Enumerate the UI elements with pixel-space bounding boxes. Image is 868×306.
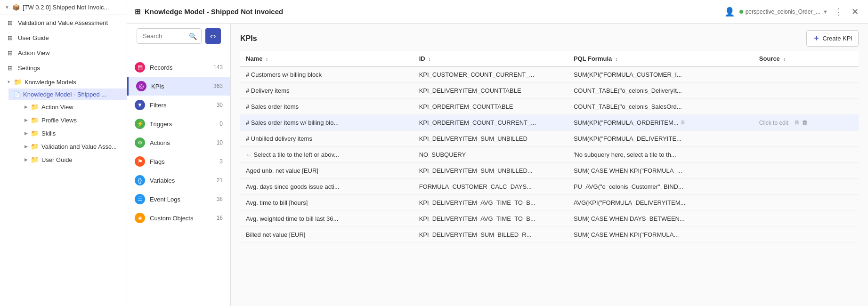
- copy-pql-icon-3[interactable]: ⎘: [681, 119, 685, 126]
- table-row: # Sales order items KPI_ORDERITEM_COUNTT…: [240, 99, 859, 115]
- sidebar-group-km-label: Knowledge Models: [24, 79, 76, 86]
- kpi-table-container: Name ↕ ID ↕ PQL Formula ↕: [231, 51, 868, 306]
- sidebar-caret-validation-sub: ▶: [24, 144, 28, 149]
- table-cell-id-6: KPI_DELIVERYITEM_SUM_UNBILLED...: [414, 163, 568, 179]
- search-icon: 🔍: [189, 32, 197, 40]
- create-kpi-label: Create KPI: [822, 35, 852, 42]
- sidebar-subitem-profile-views-label: Profile Views: [41, 117, 77, 124]
- category-item-flags[interactable]: ⚑ Flags 3: [127, 152, 230, 171]
- sidebar-folder-validation-sub-icon: 📁: [31, 143, 39, 150]
- table-cell-name-4: # Unbilled delivery items: [240, 131, 414, 147]
- topbar-status[interactable]: perspective_celonis_Order_... ▼: [739, 8, 828, 15]
- table-cell-id-4: KPI_DELIVERYITEM_SUM_UNBILLED: [414, 131, 568, 147]
- table-row: # Sales order items w/ billing blo... KP…: [240, 115, 859, 131]
- status-label: perspective_celonis_Order_...: [746, 8, 820, 15]
- table-cell-name-8: Avg. time to bill [hours]: [240, 195, 414, 211]
- table-cell-pql-1: COUNT_TABLE("o_celonis_DeliveryIt...: [568, 83, 754, 99]
- create-kpi-button[interactable]: ＋ Create KPI: [806, 30, 859, 47]
- sidebar: ▼ 📦 [TW 0.2.0] Shipped Not Invoic... ⊞ V…: [0, 0, 127, 306]
- category-item-filters[interactable]: ▼ Filters 30: [127, 96, 230, 114]
- col-header-name[interactable]: Name ↕: [240, 51, 414, 66]
- table-cell-pql-8: AVG(KPI("FORMULA_DELIVERYITEM...: [568, 195, 754, 211]
- table-cell-name-9: Avg. weighted time to bill last 36...: [240, 211, 414, 227]
- category-item-variables[interactable]: {} Variables 21: [127, 171, 230, 190]
- category-label-event-logs: Event Logs: [150, 196, 180, 203]
- table-cell-name-7: Avg. days since goods issue acti...: [240, 179, 414, 195]
- sidebar-item-validation[interactable]: ⊞ Validation and Value Assessment: [0, 15, 127, 30]
- category-item-actions[interactable]: ⚙ Actions 10: [127, 133, 230, 152]
- table-cell-source-3: Click to edit ⎘ 🗑: [754, 115, 859, 131]
- search-wrapper: 🔍: [137, 28, 202, 44]
- category-icon-variables: {}: [135, 175, 145, 185]
- delete-icon-3[interactable]: 🗑: [802, 119, 808, 126]
- sidebar-subitem-validation-sub[interactable]: ▶ 📁 Validation and Value Asse...: [18, 140, 127, 153]
- category-icon-event-logs: ☰: [135, 194, 145, 204]
- sort-icon-source: ↕: [783, 56, 786, 62]
- topbar-right-area: 👤 perspective_celonis_Order_... ▼ ⋮ ✕: [724, 5, 860, 19]
- sidebar-item-action-view-label: Action View: [18, 49, 50, 56]
- category-count-kpis: 363: [213, 83, 223, 89]
- sidebar-subitem-action-view[interactable]: ▶ 📁 Action View: [18, 100, 127, 113]
- sidebar-subitem-skills[interactable]: ▶ 📁 Skills: [18, 127, 127, 140]
- sidebar-item-user-guide-label: User Guide: [18, 34, 49, 41]
- sidebar-subitem-skills-label: Skills: [41, 130, 56, 137]
- category-count-triggers: 0: [219, 121, 223, 127]
- table-cell-pql-6: SUM( CASE WHEN KPI("FORMULA_...: [568, 163, 754, 179]
- category-item-left-custom-objects: ◈ Custom Objects: [135, 213, 193, 223]
- col-header-source[interactable]: Source ↕: [754, 51, 859, 66]
- content-area: 🔍 ⇔ ▤ Records 143 ◎ KPIs 363 ▼ Filters 3…: [127, 24, 868, 306]
- person-icon: 👤: [724, 7, 735, 17]
- row-actions-3: Click to edit ⎘ 🗑: [759, 119, 853, 126]
- sidebar-item-action-view[interactable]: ⊞ Action View: [0, 45, 127, 60]
- table-row: Avg. time to bill [hours] KPI_DELIVERYIT…: [240, 195, 859, 211]
- search-container: 🔍 ⇔: [127, 24, 230, 53]
- category-item-records[interactable]: ▤ Records 143: [127, 58, 230, 77]
- category-label-flags: Flags: [150, 158, 165, 165]
- sidebar-group-km-header[interactable]: ▼ 📁 Knowledge Models: [0, 75, 127, 89]
- sidebar-header[interactable]: ▼ 📦 [TW 0.2.0] Shipped Not Invoic...: [0, 0, 127, 15]
- sidebar-subitem-user-guide-sub[interactable]: ▶ 📁 User Guide: [18, 153, 127, 166]
- table-header-row: Name ↕ ID ↕ PQL Formula ↕: [240, 51, 859, 66]
- table-cell-source-9: [754, 211, 859, 227]
- table-row: # Customers w/ billing block KPI_CUSTOME…: [240, 66, 859, 83]
- copy-icon-3[interactable]: ⎘: [795, 119, 799, 126]
- sidebar-item-settings[interactable]: ⊞ Settings: [0, 60, 127, 75]
- category-icon-records: ▤: [135, 62, 145, 72]
- category-label-filters: Filters: [150, 102, 166, 109]
- sidebar-item-user-guide[interactable]: ⊞ User Guide: [0, 30, 127, 45]
- col-header-id[interactable]: ID ↕: [414, 51, 568, 66]
- table-cell-id-1: KPI_DELIVERYITEM_COUNTTABLE: [414, 83, 568, 99]
- sidebar-subitem-profile-views[interactable]: ▶ 📁 Profile Views: [18, 113, 127, 127]
- category-item-triggers[interactable]: ⚡ Triggers 0: [127, 114, 230, 133]
- table-cell-id-9: KPI_DELIVERYITEM_AVG_TIME_TO_B...: [414, 211, 568, 227]
- category-item-event-logs[interactable]: ☰ Event Logs 38: [127, 190, 230, 209]
- col-header-pql[interactable]: PQL Formula ↕: [568, 51, 754, 66]
- table-cell-id-3: KPI_ORDERITEM_COUNT_CURRENT_...: [414, 115, 568, 131]
- expand-button[interactable]: ⇔: [205, 28, 221, 44]
- table-cell-name-1: # Delivery items: [240, 83, 414, 99]
- category-label-triggers: Triggers: [150, 121, 172, 128]
- sidebar-logo-icon: 📦: [12, 4, 20, 11]
- table-cell-name-2: # Sales order items: [240, 99, 414, 115]
- sidebar-folder-icon: 📁: [14, 78, 22, 86]
- sidebar-item-km-shipped[interactable]: 📄 Knowledge Model - Shipped ...: [8, 89, 127, 100]
- category-item-left-triggers: ⚡ Triggers: [135, 119, 172, 129]
- category-item-left-variables: {} Variables: [135, 175, 175, 185]
- table-cell-source-7: [754, 179, 859, 195]
- sidebar-folder-profile-views-icon: 📁: [31, 116, 39, 124]
- table-cell-source-1: [754, 83, 859, 99]
- kpi-panel: KPIs ＋ Create KPI Name ↕: [231, 24, 868, 306]
- sidebar-folder-user-guide-sub-icon: 📁: [31, 156, 39, 163]
- category-item-kpis[interactable]: ◎ KPIs 363: [127, 77, 230, 96]
- close-button[interactable]: ✕: [850, 5, 860, 19]
- table-cell-id-5: NO_SUBQUERY: [414, 147, 568, 163]
- more-options-button[interactable]: ⋮: [833, 5, 845, 19]
- kpi-section-title: KPIs: [240, 34, 257, 43]
- sidebar-km-doc-icon: 📄: [13, 91, 20, 98]
- pql-text-3: SUM(KPI("FORMULA_ORDERITEM...: [574, 119, 679, 126]
- sort-icon-id: ↕: [428, 56, 431, 62]
- category-item-custom-objects[interactable]: ◈ Custom Objects 16: [127, 209, 230, 227]
- table-cell-pql-7: PU_AVG("o_celonis_Customer", BIND...: [568, 179, 754, 195]
- category-panel: ▤ Records 143 ◎ KPIs 363 ▼ Filters 30 ⚡ …: [127, 53, 231, 232]
- category-label-kpis: KPIs: [151, 83, 164, 90]
